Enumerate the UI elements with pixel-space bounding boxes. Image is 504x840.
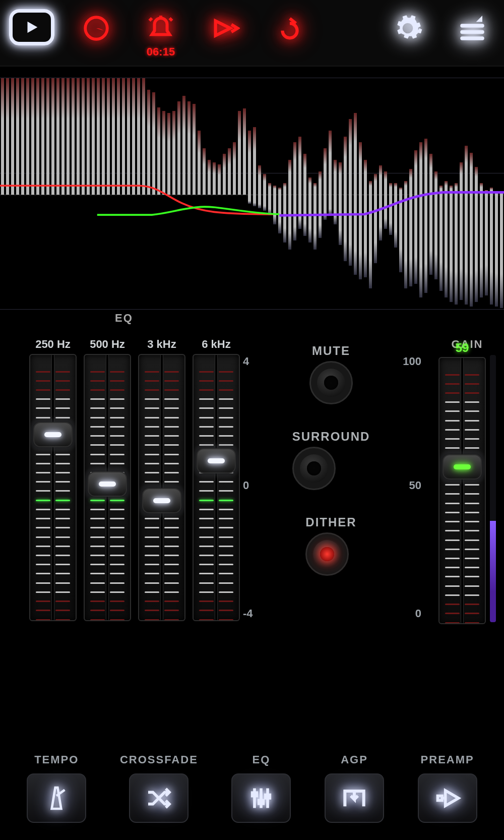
bottom-toolbar: TEMPO CROSSFADE EQ AGP PREAMP xyxy=(0,739,504,840)
eq-band-label: 500 Hz xyxy=(90,338,125,351)
surround-control: SURROUND xyxy=(292,430,370,490)
eq-band-label: 6 kHz xyxy=(202,338,230,351)
agp-label: AGP xyxy=(341,753,368,766)
tempo-label: TEMPO xyxy=(34,753,79,766)
eq-band-label: 250 Hz xyxy=(35,338,71,351)
tempo-button[interactable] xyxy=(27,773,86,823)
eq-axis: 4 0 -4 xyxy=(243,338,263,624)
alarm-button[interactable]: 06:15 xyxy=(138,9,183,58)
gain-level-meter xyxy=(490,355,496,622)
surround-knob[interactable] xyxy=(292,447,336,490)
menu-button[interactable] xyxy=(450,9,495,47)
dither-knob[interactable] xyxy=(305,532,349,576)
eq-btn-label: EQ xyxy=(253,753,271,766)
gain-section: GAIN 59 xyxy=(438,338,496,624)
mute-knob[interactable] xyxy=(309,361,353,404)
eq-button[interactable] xyxy=(231,773,291,823)
sleep-timer-button[interactable] xyxy=(74,9,119,47)
play-through-button[interactable] xyxy=(203,9,248,47)
topbar: 06:15 xyxy=(0,0,504,67)
play-button[interactable] xyxy=(9,9,54,45)
crossfade-label: CROSSFADE xyxy=(120,753,198,766)
preamp-button[interactable] xyxy=(418,773,477,823)
dither-control: DITHER xyxy=(305,515,356,576)
eq-section-label: EQ xyxy=(115,312,133,325)
mute-control: MUTE xyxy=(309,344,353,404)
gain-value-label: 59 xyxy=(456,341,469,355)
controls-panel: EQ 250 Hz500 Hz3 kHz6 kHz 4 0 -4 MUTE SU… xyxy=(0,310,504,739)
crossfade-button[interactable] xyxy=(129,773,188,823)
preamp-label: PREAMP xyxy=(421,753,474,766)
svg-rect-3 xyxy=(266,795,270,799)
svg-rect-2 xyxy=(259,800,264,804)
eq-slider-2[interactable] xyxy=(138,354,185,621)
eq-slider-1[interactable] xyxy=(84,354,131,621)
gain-axis: 100 50 0 xyxy=(399,338,424,624)
spectrum-visualizer[interactable] xyxy=(0,78,504,310)
agp-button[interactable] xyxy=(325,773,384,823)
eq-slider-0[interactable] xyxy=(29,354,77,621)
eq-slider-3[interactable] xyxy=(193,354,240,621)
eq-band-label: 3 kHz xyxy=(147,338,176,351)
alarm-time-label: 06:15 xyxy=(147,45,175,58)
gain-slider[interactable] xyxy=(438,357,486,624)
settings-button[interactable] xyxy=(385,9,430,47)
mix-button[interactable] xyxy=(267,9,312,47)
svg-rect-1 xyxy=(253,793,257,796)
